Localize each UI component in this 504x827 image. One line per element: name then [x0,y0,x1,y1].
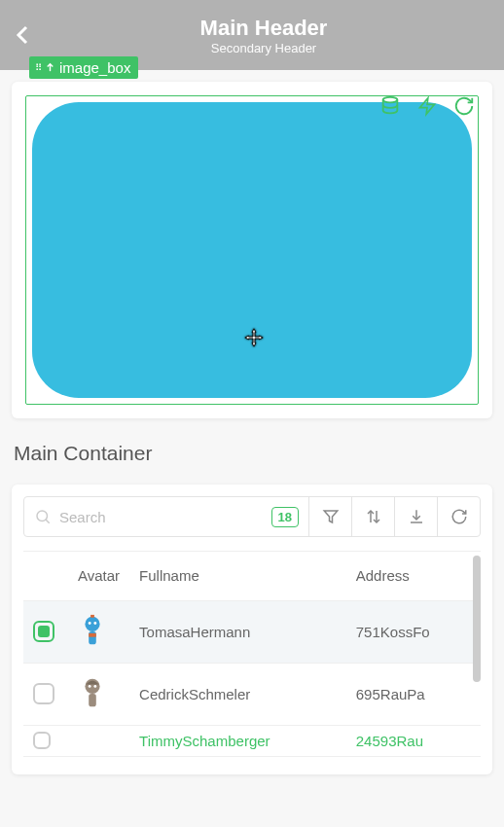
svg-rect-12 [90,615,94,618]
table-scroll: Avatar Fullname Address TomasaHermann 75… [23,551,481,763]
col-address[interactable]: Address [346,552,481,600]
svg-point-18 [89,685,91,688]
filter-button[interactable] [308,497,351,536]
secondary-header: Secondary Header [35,41,492,55]
selected-element[interactable] [25,95,479,405]
database-icon[interactable] [376,91,405,121]
image-placeholder[interactable] [32,102,472,398]
table-row[interactable]: CedrickSchmeler 695RauPa [23,663,481,725]
svg-point-19 [93,685,96,688]
result-count-badge: 18 [271,507,299,527]
cell-fullname: CedrickSchmeler [129,663,346,725]
svg-point-14 [93,622,96,625]
row-checkbox[interactable] [33,683,54,704]
reload-button[interactable] [437,497,480,536]
element-label-text: image_box [59,59,130,76]
section-title: Main Container [0,430,504,473]
svg-marker-3 [245,329,263,346]
header-row: Avatar Fullname Address [23,552,481,600]
cell-address: 24593Rau [346,725,481,756]
cell-address: 751KossFo [346,600,481,663]
svg-marker-6 [324,511,338,522]
search-icon [34,508,52,525]
svg-line-5 [46,520,50,523]
select-parent-icon[interactable] [45,62,55,73]
image-box-actions [376,91,479,121]
svg-rect-16 [89,633,96,637]
svg-rect-20 [89,694,96,706]
search-input[interactable] [59,509,264,525]
download-button[interactable] [394,497,437,536]
avatar [68,600,129,663]
refresh-icon[interactable] [450,91,479,121]
cell-fullname: TimmySchamberger [129,725,346,756]
scrollbar[interactable] [473,556,481,682]
row-checkbox[interactable] [33,621,54,642]
table-row[interactable]: TomasaHermann 751KossFo [23,600,481,663]
table-container: 18 Avatar Fullname Address [12,485,492,774]
data-table: Avatar Fullname Address TomasaHermann 75… [23,552,481,757]
image-box-card [12,82,492,418]
svg-point-11 [85,617,99,631]
drag-grip-icon[interactable]: ⠿ [35,62,41,73]
row-checkbox[interactable] [33,732,51,749]
table-toolbar: 18 [23,496,481,537]
back-button[interactable] [12,23,35,47]
col-avatar[interactable]: Avatar [68,552,129,600]
main-header: Main Header [35,16,492,41]
sort-button[interactable] [351,497,394,536]
element-label[interactable]: ⠿ image_box [29,56,138,79]
col-fullname[interactable]: Fullname [129,552,346,600]
svg-point-13 [89,622,91,625]
lightning-icon[interactable] [413,91,442,121]
avatar [68,663,129,725]
svg-point-4 [37,511,48,521]
table-row[interactable]: TimmySchamberger 24593Rau [23,725,481,756]
svg-marker-2 [420,98,435,115]
svg-point-1 [383,97,398,103]
move-cursor-icon [243,327,265,348]
header-titles: Main Header Secondary Header [35,16,492,55]
cell-fullname: TomasaHermann [129,600,346,663]
search-wrap: 18 [24,507,308,527]
cell-address: 695RauPa [346,663,481,725]
